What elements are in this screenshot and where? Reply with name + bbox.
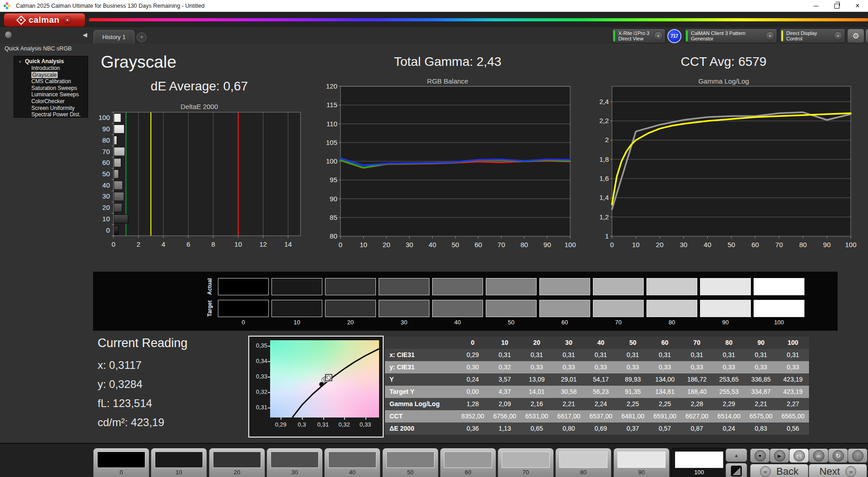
collapse-panel-button[interactable]: ◀ <box>865 29 868 43</box>
display-control-dropdown[interactable]: Direct Display Control ▼ <box>780 29 845 43</box>
tab-history-1[interactable]: History 1 <box>94 30 134 44</box>
stop-button[interactable]: ■ <box>750 448 770 463</box>
stop-icon: ■ <box>755 450 766 462</box>
table-cell: 2,25 <box>649 398 681 410</box>
pattern-level-button-10[interactable]: 10 <box>151 448 207 477</box>
cie-x-tick-label: 0,31 <box>314 421 332 428</box>
pattern-level-button-90[interactable]: 90 <box>613 448 670 477</box>
svg-text:90: 90 <box>543 241 551 248</box>
page-title: Grayscale <box>101 53 177 72</box>
window-size-up-button[interactable]: ▲ <box>725 448 747 462</box>
table-cell: 0,31 <box>681 349 713 361</box>
back-button[interactable]: «Back <box>750 464 809 477</box>
sidebar-item-spectral-power-dist-[interactable]: Spectral Power Dist. <box>14 111 88 118</box>
sidebar-item-introduction[interactable]: Introduction <box>14 65 88 72</box>
table-column-header: 20 <box>521 337 553 349</box>
table-cell: 0,69 <box>585 422 617 435</box>
sidebar-collapse-icon[interactable]: ◀ <box>83 31 87 38</box>
table-cell: 186,72 <box>681 373 713 386</box>
sidebar-item-cms-calibration[interactable]: CMS Calibration <box>14 78 88 85</box>
loop-button[interactable]: ∞ <box>809 448 829 463</box>
svg-text:70: 70 <box>102 148 110 155</box>
table-cell: 253,65 <box>713 373 745 386</box>
pattern-size-button[interactable]: [··] <box>789 448 809 463</box>
svg-text:2: 2 <box>137 240 140 248</box>
table-cell: 0,24 <box>713 422 745 435</box>
pattern-level-button-60[interactable]: 60 <box>440 448 496 477</box>
expander-icon: ▾ <box>19 59 21 65</box>
table-row-label: CCT <box>385 410 457 422</box>
table-cell: 0,31 <box>521 349 553 361</box>
calman-logo-menu-button[interactable]: calman ▼ <box>4 13 85 27</box>
svg-text:10: 10 <box>102 215 110 223</box>
pattern-level-button-100[interactable]: 100 <box>671 448 727 477</box>
meter-reading-badge[interactable]: 717 <box>667 29 681 43</box>
settings-gear-button[interactable]: ⚙ <box>847 29 864 43</box>
pattern-level-button-30[interactable]: 30 <box>266 448 323 477</box>
table-cell: 0,31 <box>489 349 521 361</box>
calman-diamond-icon <box>16 15 26 25</box>
next-button[interactable]: Next» <box>809 464 867 477</box>
table-cell: 0,33 <box>681 361 713 373</box>
actual-swatch-0 <box>218 278 269 295</box>
pattern-level-button-20[interactable]: 20 <box>209 448 265 477</box>
cie-overlay-svg <box>270 340 379 417</box>
sidebar-item-saturation-sweeps[interactable]: Saturation Sweeps <box>14 85 88 92</box>
svg-text:20: 20 <box>656 241 664 248</box>
calman-app-window: Calman 2025 Calman Ultimate for Business… <box>0 0 868 477</box>
chevron-down-icon: ▼ <box>833 31 843 40</box>
add-tab-button[interactable]: + <box>137 32 147 42</box>
table-cell: 0,80 <box>553 422 585 435</box>
sidebar-item-luminance-sweeps[interactable]: Luminance Sweeps <box>14 91 88 98</box>
minimize-button[interactable] <box>805 0 826 12</box>
close-button[interactable]: × <box>847 0 868 12</box>
rgb-balance-chart: 8085909510010511011512001020304050607080… <box>318 79 577 257</box>
tree-node-root[interactable]: ▾Quick Analysis <box>14 58 88 65</box>
table-cell: 6617,00 <box>553 410 585 422</box>
restore-button[interactable] <box>826 0 847 12</box>
pattern-level-button-80[interactable]: 80 <box>555 448 612 477</box>
svg-text:100: 100 <box>326 157 337 165</box>
table-cell: 13,09 <box>521 373 553 386</box>
pattern-bar: 0102030405060708090100▲■▶[··]∞↻«BackNext… <box>0 443 868 477</box>
source-status-bar <box>686 30 688 41</box>
panel-dot-button[interactable] <box>5 31 12 39</box>
table-cell: 134,81 <box>649 386 681 398</box>
target-swatch-80 <box>646 300 697 317</box>
target-swatch-100 <box>754 300 804 317</box>
table-cell: 2,27 <box>777 398 809 410</box>
play-button[interactable]: ▶ <box>769 448 789 463</box>
table-cell: 0,33 <box>617 361 649 373</box>
sidebar-item-colorchecker[interactable]: ColorChecker <box>14 98 88 105</box>
svg-text:115: 115 <box>326 101 337 109</box>
rgb-chart-svg: 8085909510010511011512001020304050607080… <box>318 79 577 257</box>
actual-swatch-90 <box>700 278 751 295</box>
sidebar-item-label: CMS Calibration <box>31 78 71 84</box>
more-button[interactable] <box>848 448 868 463</box>
table-column-header: 0 <box>457 337 489 349</box>
reading-x: x: 0,3117 <box>98 356 243 375</box>
pattern-swatch <box>444 452 492 468</box>
play-icon: ▶ <box>774 450 785 462</box>
svg-text:20: 20 <box>383 241 390 248</box>
window-titlebar: Calman 2025 Calman Ultimate for Business… <box>0 0 868 12</box>
sync-button[interactable]: ↻ <box>828 448 848 463</box>
sidebar-item-screen-uniformity[interactable]: Screen Uniformity <box>14 105 88 112</box>
sidebar-item-grayscale[interactable]: Grayscale <box>14 72 88 79</box>
pattern-level-button-50[interactable]: 50 <box>382 448 439 477</box>
table-cell: 6514,00 <box>713 410 745 422</box>
meter-dropdown[interactable]: X-Rite i1Pro 3 Direct View ▼ <box>612 29 666 43</box>
svg-text:120: 120 <box>326 82 337 90</box>
svg-text:8: 8 <box>212 240 215 248</box>
workflow-tree: ▾Quick AnalysisIntroductionGrayscaleCMS … <box>14 56 88 118</box>
svg-text:70: 70 <box>775 241 783 248</box>
table-column-header: 10 <box>489 337 521 349</box>
cie-diagram: 0,350,340,330,320,310,290,30,310,320,33 <box>248 336 384 437</box>
pattern-level-button-70[interactable]: 70 <box>498 448 554 477</box>
pattern-source-dropdown[interactable]: CalMAN Client 3 Pattern Generator ▼ <box>685 29 777 43</box>
pattern-window-button[interactable] <box>725 463 747 477</box>
pattern-level-button-40[interactable]: 40 <box>324 448 380 477</box>
cie-x-tick-label: 0,33 <box>356 421 375 428</box>
pattern-level-button-0[interactable]: 0 <box>93 448 149 477</box>
table-cell: 89,93 <box>617 373 649 386</box>
